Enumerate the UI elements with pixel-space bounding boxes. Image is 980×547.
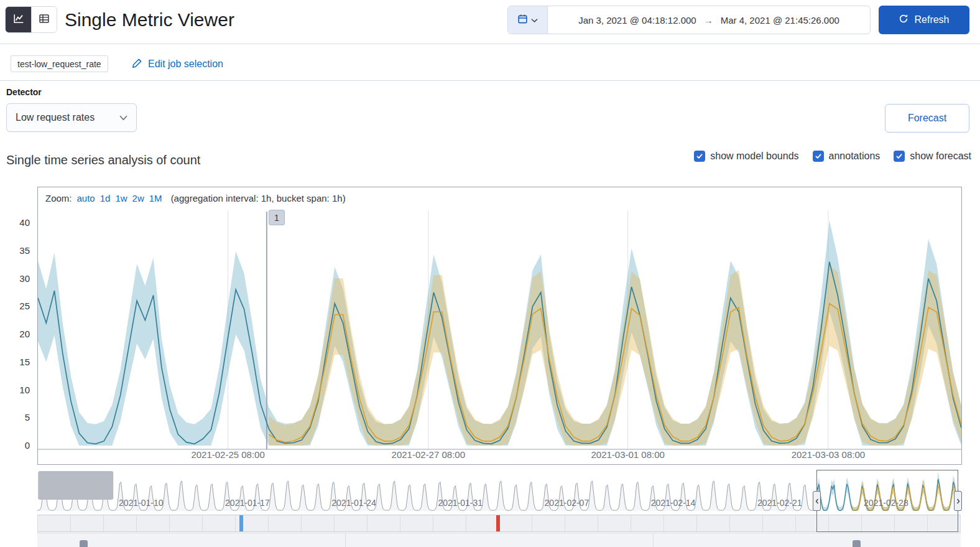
anomaly-marker-red <box>496 515 500 531</box>
context-tick-label: 2021-01-10 <box>119 498 164 508</box>
pencil-icon <box>132 58 142 71</box>
y-tick-label: 30 <box>4 273 30 284</box>
chart-toggles: show model bounds annotations show forec… <box>694 151 971 162</box>
edit-job-selection-link[interactable]: Edit job selection <box>132 56 223 72</box>
show-forecast-label: show forecast <box>910 151 971 162</box>
detector-select[interactable]: Low request rates <box>6 103 137 132</box>
annotation-marker <box>80 540 88 547</box>
x-tick-label: 2021-02-27 08:00 <box>392 449 465 460</box>
table-view-button[interactable] <box>31 7 57 32</box>
x-tick-label: 2021-02-25 08:00 <box>191 449 264 460</box>
x-tick-label: 2021-03-01 08:00 <box>591 449 664 460</box>
detector-selected-value: Low request rates <box>16 112 95 123</box>
zoom-option-1M[interactable]: 1M <box>149 193 162 203</box>
y-tick-label: 40 <box>4 217 30 228</box>
single-metric-viewer-app: Single Metric Viewer Jan 3, 2021 @ 04:18… <box>0 0 980 547</box>
job-badge: test-low_request_rate <box>11 55 108 72</box>
calendar-icon <box>517 14 528 27</box>
x-tick-label: 2021-03-03 08:00 <box>792 449 865 460</box>
refresh-icon <box>899 14 908 26</box>
show-model-bounds-label: show model bounds <box>710 151 798 162</box>
context-tick-label: 2021-01-31 <box>438 498 483 508</box>
context-gray-block <box>38 471 113 500</box>
arrow-right-icon: → <box>704 15 713 26</box>
page-title: Single Metric Viewer <box>65 8 234 32</box>
annotation-marker <box>853 540 861 547</box>
chevron-down-icon <box>119 112 127 123</box>
show-forecast-toggle[interactable]: show forecast <box>894 151 971 162</box>
line-chart-icon <box>13 13 24 26</box>
context-brush[interactable] <box>816 470 958 532</box>
chevron-down-icon <box>531 14 538 26</box>
zoom-option-auto[interactable]: auto <box>77 193 95 203</box>
y-tick-label: 10 <box>4 385 30 395</box>
zoom-option-1d[interactable]: 1d <box>100 193 111 203</box>
date-range-picker: Jan 3, 2021 @ 04:18:12.000 → Mar 4, 2021… <box>507 6 871 34</box>
aggregation-info: (aggregation interval: 1h, bucket span: … <box>171 193 346 203</box>
annotations-label: annotations <box>829 151 881 162</box>
annotation-badge[interactable]: 1 <box>269 210 285 225</box>
detector-label: Detector <box>6 87 42 97</box>
checkbox-checked-icon[interactable] <box>894 151 905 162</box>
y-tick-label: 20 <box>4 329 30 339</box>
context-tick-label: 2021-02-07 <box>545 498 589 508</box>
section-divider <box>0 80 980 81</box>
lane-divider <box>345 533 346 547</box>
series-title: Single time series analysis of count <box>6 153 200 167</box>
context-tick-label: 2021-01-17 <box>225 498 270 508</box>
brush-handle-right[interactable] <box>954 491 962 511</box>
show-model-bounds-toggle[interactable]: show model bounds <box>694 151 798 162</box>
zoom-option-1w[interactable]: 1w <box>115 193 127 203</box>
forecast-button[interactable]: Forecast <box>885 104 969 133</box>
brush-handle-left[interactable] <box>813 491 821 511</box>
checkbox-checked-icon[interactable] <box>694 151 705 162</box>
refresh-label: Refresh <box>914 14 949 26</box>
table-icon <box>39 13 50 26</box>
anomaly-marker-blue <box>239 515 243 531</box>
edit-job-selection-label: Edit job selection <box>148 58 223 70</box>
refresh-button[interactable]: Refresh <box>879 6 969 34</box>
start-date[interactable]: Jan 3, 2021 @ 04:18:12.000 <box>578 15 696 26</box>
y-tick-label: 15 <box>4 357 30 367</box>
checkbox-checked-icon[interactable] <box>813 151 824 162</box>
context-tick-label: 2021-02-14 <box>651 498 696 508</box>
lane-divider <box>653 533 654 547</box>
header-divider <box>0 44 980 44</box>
annotations-lane[interactable] <box>37 533 961 547</box>
context-tick-label: 2021-01-24 <box>331 498 376 508</box>
annotations-toggle[interactable]: annotations <box>813 151 881 162</box>
view-toggle <box>5 6 57 33</box>
timeseries-plot[interactable]: 2021-02-25 08:002021-02-27 08:002021-03-… <box>38 208 961 463</box>
end-date[interactable]: Mar 4, 2021 @ 21:45:26.000 <box>721 15 839 26</box>
quick-select-button[interactable] <box>508 6 548 34</box>
date-range: Jan 3, 2021 @ 04:18:12.000 → Mar 4, 2021… <box>548 6 870 34</box>
zoom-label: Zoom: <box>45 193 72 203</box>
y-tick-label: 5 <box>4 412 30 423</box>
context-tick-label: 2021-02-21 <box>757 498 802 508</box>
y-tick-label: 0 <box>4 440 30 451</box>
zoom-bar: Zoom: auto 1d 1w 2w 1M (aggregation inte… <box>38 187 961 209</box>
y-tick-label: 25 <box>4 301 30 311</box>
zoom-option-2w[interactable]: 2w <box>132 193 144 203</box>
y-tick-label: 35 <box>4 245 30 256</box>
forecast-bounds-area <box>269 266 961 446</box>
chart-view-button[interactable] <box>6 7 31 32</box>
